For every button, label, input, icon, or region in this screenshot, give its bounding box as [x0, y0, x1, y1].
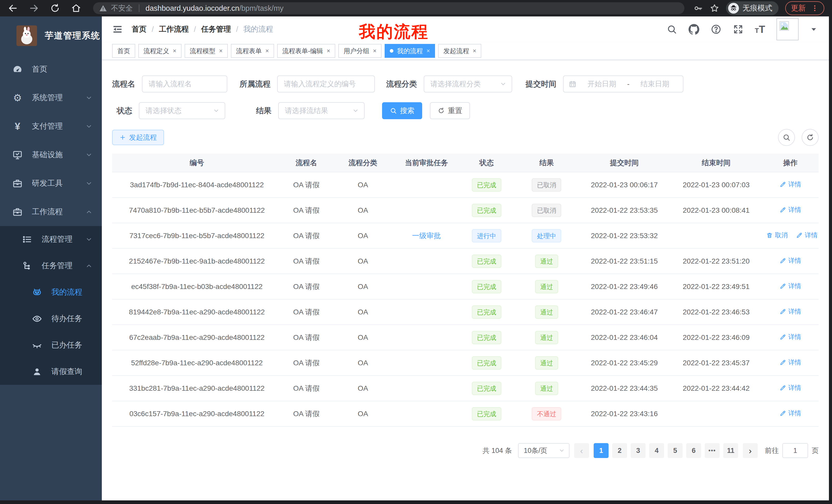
- current-task-link[interactable]: 一级审批: [412, 232, 441, 240]
- cell-end-time: 2022-01-23 00:07:03: [670, 172, 762, 198]
- sidebar-item-待办任务[interactable]: 待办任务: [0, 305, 102, 332]
- page-size-select[interactable]: 10条/页: [518, 443, 570, 458]
- tab-用户分组[interactable]: 用户分组×: [338, 44, 382, 58]
- page-button-5[interactable]: 5: [668, 443, 683, 458]
- sidebar-item-支付管理[interactable]: ¥支付管理: [0, 112, 102, 141]
- action-详情[interactable]: 详情: [796, 231, 817, 240]
- close-icon[interactable]: ×: [373, 47, 376, 54]
- result-select[interactable]: 请选择流结果: [278, 102, 365, 119]
- sidebar-item-首页[interactable]: 首页: [0, 55, 102, 83]
- breadcrumb-item[interactable]: 首页: [132, 24, 147, 34]
- process-name-input[interactable]: [142, 76, 227, 92]
- cell-actions: 详情: [762, 198, 818, 223]
- bookmark-star-icon[interactable]: [710, 3, 719, 13]
- submit-time-range-picker[interactable]: 开始日期 - 结束日期: [563, 76, 683, 92]
- sidebar-item-流程管理[interactable]: 流程管理: [0, 226, 102, 253]
- sidebar-toggle-icon[interactable]: [112, 24, 123, 35]
- breadcrumb-item[interactable]: 工作流程: [159, 24, 189, 34]
- action-详情[interactable]: 详情: [780, 333, 801, 341]
- toggle-search-button[interactable]: [778, 129, 795, 146]
- sidebar-item-系统管理[interactable]: ⚙系统管理: [0, 83, 102, 112]
- chevron-down-icon[interactable]: [810, 25, 817, 33]
- action-详情[interactable]: 详情: [780, 307, 801, 316]
- search-icon[interactable]: [667, 24, 677, 35]
- page-button-3[interactable]: 3: [631, 443, 646, 458]
- close-icon[interactable]: ×: [173, 47, 176, 54]
- breadcrumb-item[interactable]: 任务管理: [201, 24, 231, 34]
- tab-发起流程[interactable]: 发起流程×: [438, 44, 481, 58]
- sidebar-item-研发工具[interactable]: 研发工具: [0, 169, 102, 198]
- address-bar[interactable]: 不安全 dashboard.yudao.iocoder.cn/bpm/task/…: [93, 2, 684, 14]
- tab-流程表单-编辑[interactable]: 流程表单-编辑×: [277, 44, 335, 58]
- end-date-placeholder[interactable]: 结束日期: [632, 79, 678, 89]
- category-select[interactable]: 请选择流程分类: [424, 76, 512, 92]
- action-详情[interactable]: 详情: [780, 384, 801, 392]
- action-详情[interactable]: 详情: [780, 180, 801, 189]
- action-label: 详情: [788, 409, 801, 417]
- browser-update-button[interactable]: 更新: [785, 1, 824, 15]
- close-icon[interactable]: ×: [426, 47, 430, 54]
- page-button-•••[interactable]: •••: [705, 443, 720, 458]
- chevron-down-icon: [500, 81, 506, 87]
- goto-page-input[interactable]: [782, 443, 808, 458]
- tab-首页[interactable]: 首页: [112, 44, 135, 58]
- action-详情[interactable]: 详情: [780, 282, 801, 290]
- forward-icon[interactable]: [29, 3, 39, 13]
- tab-流程模型[interactable]: 流程模型×: [185, 44, 228, 58]
- start-date-placeholder[interactable]: 开始日期: [579, 79, 625, 89]
- github-icon[interactable]: [688, 24, 699, 35]
- monitor-icon: [12, 150, 23, 160]
- sidebar-item-label: 系统管理: [32, 92, 63, 103]
- refresh-table-button[interactable]: [802, 129, 818, 146]
- close-icon[interactable]: ×: [265, 47, 269, 54]
- sidebar-item-任务管理[interactable]: 任务管理: [0, 253, 102, 279]
- sidebar-item-我的流程[interactable]: 我的流程: [0, 279, 102, 305]
- logo-avatar: [17, 25, 37, 46]
- sidebar-item-工作流程[interactable]: 工作流程: [0, 198, 102, 226]
- security-label[interactable]: 不安全: [111, 3, 133, 13]
- page-url[interactable]: dashboard.yudao.iocoder.cn/bpm/task/my: [146, 4, 284, 12]
- status-badge: 已完成: [472, 305, 501, 319]
- help-icon[interactable]: [711, 24, 722, 35]
- process-def-input[interactable]: [277, 76, 375, 92]
- security-warning-icon[interactable]: [99, 4, 107, 12]
- close-icon[interactable]: ×: [219, 47, 223, 54]
- page-button-4[interactable]: 4: [649, 443, 664, 458]
- page-button-1[interactable]: 1: [594, 443, 608, 458]
- fullscreen-icon[interactable]: [733, 24, 744, 35]
- cell-current-task: [395, 350, 458, 375]
- app-logo[interactable]: 芋道管理系统: [0, 17, 102, 55]
- password-key-icon[interactable]: [693, 3, 703, 13]
- action-详情[interactable]: 详情: [780, 205, 801, 214]
- sidebar-item-已办任务[interactable]: 已办任务: [0, 332, 102, 358]
- back-icon[interactable]: [8, 3, 18, 13]
- font-size-icon[interactable]: TT: [755, 24, 765, 35]
- close-icon[interactable]: ×: [473, 47, 476, 54]
- chevron-down-icon: [85, 208, 93, 216]
- reload-icon[interactable]: [50, 3, 60, 13]
- status-select[interactable]: 请选择状态: [139, 102, 225, 119]
- action-取消[interactable]: 取消: [766, 231, 788, 240]
- sidebar-item-请假查询[interactable]: 请假查询: [0, 358, 102, 385]
- action-详情[interactable]: 详情: [780, 256, 801, 265]
- home-icon[interactable]: [71, 3, 81, 13]
- page-button-2[interactable]: 2: [612, 443, 627, 458]
- page-button-6[interactable]: 6: [686, 443, 701, 458]
- reset-button[interactable]: 重置: [430, 102, 470, 119]
- close-icon[interactable]: ×: [327, 47, 330, 54]
- sidebar-item-基础设施[interactable]: 基础设施: [0, 141, 102, 169]
- tab-流程定义[interactable]: 流程定义×: [138, 44, 182, 58]
- next-page-button[interactable]: ›: [743, 443, 758, 458]
- avatar[interactable]: [777, 18, 799, 40]
- browser-menu-icon[interactable]: [811, 4, 818, 12]
- tab-我的流程[interactable]: 我的流程×: [385, 44, 435, 58]
- search-button[interactable]: 搜索: [382, 102, 422, 119]
- prev-page-button[interactable]: ‹: [574, 443, 589, 458]
- action-详情[interactable]: 详情: [780, 358, 801, 367]
- page-button-11[interactable]: 11: [723, 443, 738, 458]
- page-scrollbar[interactable]: [829, 17, 832, 500]
- cell-status: 已完成: [459, 350, 515, 375]
- create-process-button[interactable]: 发起流程: [112, 130, 164, 145]
- tab-流程表单[interactable]: 流程表单×: [231, 44, 274, 58]
- action-详情[interactable]: 详情: [780, 409, 801, 417]
